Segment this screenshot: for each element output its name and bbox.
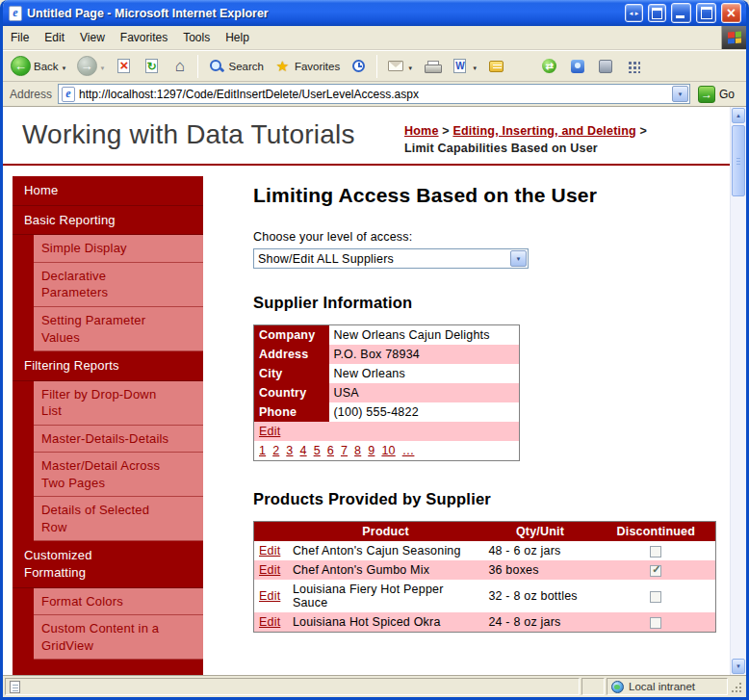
sidebar-item-customized-formatting[interactable]: Customized Formatting (13, 541, 203, 587)
scroll-up-button[interactable] (732, 108, 745, 123)
back-button[interactable]: Back (7, 54, 71, 78)
product-row: EditChef Anton's Cajun Seasoning48 - 6 o… (254, 541, 716, 560)
breadcrumb-separator: > (640, 124, 648, 138)
title-bar[interactable]: Untitled Page - Microsoft Internet Explo… (3, 0, 746, 26)
minimize-button[interactable] (671, 3, 691, 23)
menu-edit[interactable]: Edit (37, 28, 72, 47)
menu-view[interactable]: View (72, 28, 113, 47)
products-header-qty-unit: Qty/Unit (483, 522, 596, 542)
sidebar-item-home[interactable]: Home (13, 176, 203, 206)
menu-bar: FileEditViewFavoritesToolsHelp (3, 26, 746, 50)
discontinued-checkbox (650, 546, 661, 557)
mail-button[interactable] (382, 55, 417, 77)
menu-items: FileEditViewFavoritesToolsHelp (3, 26, 721, 49)
resize-grip[interactable] (730, 678, 744, 695)
sidebar-item-format-colors[interactable]: Format Colors (34, 588, 203, 616)
product-edit-link[interactable]: Edit (259, 615, 280, 629)
sidebar-item-simple-display[interactable]: Simple Display (34, 235, 203, 263)
breadcrumb-section-link[interactable]: Editing, Inserting, and Deleting (452, 124, 635, 138)
close-button[interactable] (721, 3, 741, 23)
product-edit-link[interactable]: Edit (259, 563, 280, 577)
access-level-select[interactable]: Show/Edit ALL Suppliers (253, 248, 529, 269)
pager-link-10[interactable]: 10 (381, 444, 395, 457)
content-row: HomeBasic ReportingSimple DisplayDeclara… (3, 166, 730, 675)
breadcrumb-home-link[interactable]: Home (404, 124, 439, 138)
status-zone-pane: Local intranet (607, 678, 728, 695)
pager-link-5[interactable]: 5 (314, 444, 321, 457)
sidebar-item-setting-parameter-values[interactable]: Setting Parameter Values (34, 307, 203, 351)
research-button[interactable] (592, 55, 618, 77)
supplier-field-value: P.O. Box 78934 (329, 345, 520, 364)
edit-with-word-button[interactable] (447, 55, 481, 77)
address-dropdown-button[interactable] (672, 86, 688, 102)
menu-file[interactable]: File (3, 28, 37, 47)
tiles-button[interactable] (620, 55, 646, 77)
scrollbar-thumb[interactable] (732, 125, 745, 196)
select-dropdown-icon[interactable] (510, 250, 527, 267)
product-edit-link[interactable]: Edit (259, 544, 280, 557)
pager-link-8[interactable]: 8 (354, 444, 361, 457)
pager-link-2[interactable]: 2 (272, 444, 279, 457)
sidebar-item-basic-reporting[interactable]: Basic Reporting (13, 206, 203, 236)
vertical-scrollbar[interactable] (730, 107, 746, 675)
menu-help[interactable]: Help (218, 28, 257, 47)
sidebar-item-master-details-details[interactable]: Master-Details-Details (34, 426, 203, 454)
favorites-button[interactable]: Favorites (270, 55, 344, 77)
pager-link-6[interactable]: 6 (327, 444, 334, 457)
menu-tools[interactable]: Tools (175, 28, 218, 47)
messenger-icon (571, 60, 584, 73)
status-small-pane (581, 678, 605, 695)
history-button[interactable] (346, 55, 372, 77)
messenger-button[interactable] (564, 55, 590, 77)
scroll-down-button[interactable] (732, 659, 745, 674)
print-button[interactable] (419, 55, 445, 77)
pager-link-3[interactable]: 3 (286, 444, 293, 457)
breadcrumb: Home > Editing, Inserting, and Deleting … (404, 119, 714, 157)
forward-button[interactable] (73, 54, 110, 78)
supplier-edit-link[interactable]: Edit (259, 425, 280, 438)
address-url: http://localhost:1297/Code/EditInsertDel… (79, 88, 668, 101)
back-dropdown-icon[interactable] (62, 61, 67, 72)
sidebar-nav: HomeBasic ReportingSimple DisplayDeclara… (13, 176, 203, 675)
word-icon (453, 59, 466, 73)
go-button[interactable]: Go (696, 86, 742, 103)
home-icon (170, 57, 189, 75)
status-bar: Local intranet (3, 675, 746, 697)
pager-link-[interactable]: … (402, 444, 415, 457)
sidebar-item-master-detail-across-two-pages[interactable]: Master/Detail Across Two Pages (34, 453, 203, 497)
address-bar: Address http://localhost:1297/Code/EditI… (3, 82, 746, 107)
supplier-row: AddressP.O. Box 78934 (254, 345, 520, 364)
pager-link-1[interactable]: 1 (259, 444, 266, 457)
refresh-button[interactable] (139, 55, 165, 77)
address-input[interactable]: http://localhost:1297/Code/EditInsertDel… (58, 84, 690, 104)
pager-link-4[interactable]: 4 (299, 444, 306, 457)
home-button[interactable] (167, 55, 193, 77)
product-edit-link[interactable]: Edit (259, 589, 280, 603)
maximize-button[interactable] (696, 3, 716, 23)
sidebar-item-filter-by-drop-down-list[interactable]: Filter by Drop-Down List (34, 381, 203, 426)
pager-link-7[interactable]: 7 (341, 444, 348, 457)
sidebar-item-filtering-reports[interactable]: Filtering Reports (13, 351, 203, 381)
favorites-label: Favorites (295, 61, 340, 72)
intranet-globe-icon (611, 681, 624, 693)
sidebar-item-declarative-parameters[interactable]: Declarative Parameters (34, 263, 203, 307)
windows-logo-icon (721, 26, 746, 49)
sidebar-item-details-of-selected-row[interactable]: Details of Selected Row (34, 497, 203, 541)
aux-arrows-button[interactable] (625, 4, 643, 22)
discuss-button[interactable] (483, 55, 509, 77)
product-discontinued-cell (597, 612, 716, 633)
sidebar-item-custom-content-in-a-gridview[interactable]: Custom Content in a GridView (34, 615, 203, 660)
supplier-pager: 12345678910… (254, 441, 520, 461)
products-rows: EditChef Anton's Cajun Seasoning48 - 6 o… (254, 541, 716, 633)
sync-button[interactable] (536, 55, 562, 77)
status-page-icon (10, 681, 20, 693)
pager-link-9[interactable]: 9 (368, 444, 374, 457)
sync-icon (542, 59, 556, 73)
edit-dropdown-icon[interactable] (472, 61, 478, 72)
mail-dropdown-icon[interactable] (407, 61, 413, 72)
search-button[interactable]: Search (203, 55, 267, 77)
menu-favorites[interactable]: Favorites (113, 28, 175, 47)
research-icon (599, 60, 612, 73)
aux-window-button[interactable] (648, 4, 666, 22)
stop-button[interactable] (111, 55, 137, 77)
